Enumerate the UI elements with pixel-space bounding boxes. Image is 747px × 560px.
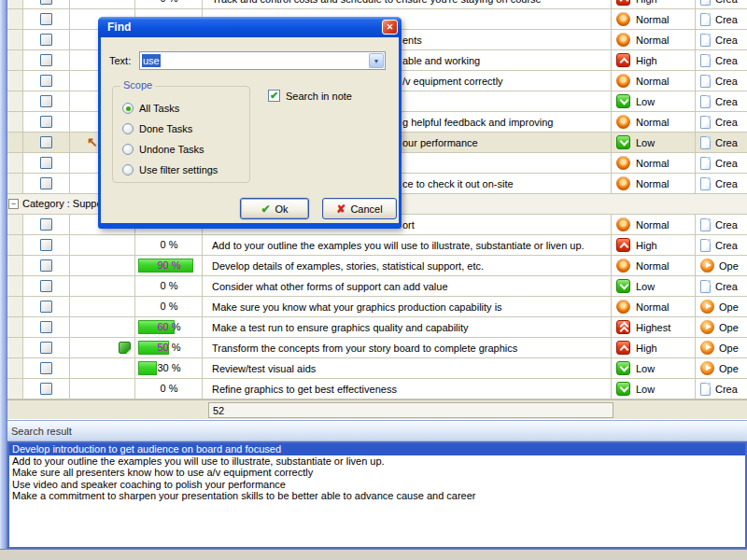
- note-action-button[interactable]: Crea: [696, 174, 747, 193]
- note-action-button[interactable]: Crea: [696, 30, 747, 49]
- search-in-note-checkbox-row[interactable]: ✔ Search in note: [268, 90, 352, 102]
- search-result-item[interactable]: Make sure all presenters know how to use…: [9, 467, 745, 479]
- task-checkbox[interactable]: [40, 136, 52, 148]
- priority-label: Low: [636, 137, 655, 148]
- progress-cell: 0 %: [135, 379, 203, 399]
- task-row[interactable]: 0 %Add to your outline the examples you …: [7, 235, 747, 256]
- chevron-down-icon[interactable]: ▼: [369, 53, 384, 68]
- task-checkbox[interactable]: [40, 13, 52, 25]
- note-action-button[interactable]: Crea: [696, 9, 747, 29]
- task-checkbox[interactable]: [40, 34, 52, 46]
- task-title: Make a test run to ensure graphics quali…: [203, 322, 469, 333]
- search-result-item[interactable]: Add to your outline the examples you wil…: [9, 455, 745, 468]
- task-row[interactable]: 90 %90 %Develop details of examples, sto…: [7, 256, 747, 276]
- search-result-item[interactable]: Develop introduction to get audience on …: [9, 443, 745, 455]
- task-checkbox[interactable]: [40, 54, 52, 66]
- note-action-button[interactable]: Crea: [696, 91, 747, 111]
- note-action-button[interactable]: Ope: [696, 358, 747, 378]
- note-action-button[interactable]: Crea: [696, 112, 747, 132]
- task-title: Transform the concepts from your story b…: [203, 343, 517, 354]
- note-action-button[interactable]: Crea: [696, 215, 747, 234]
- search-result-header: Search result: [7, 420, 747, 441]
- priority-label: Normal: [636, 158, 669, 169]
- note-action-button[interactable]: Crea: [696, 276, 747, 296]
- note-action-label: Ope: [719, 322, 739, 333]
- checkbox-cell: [23, 256, 70, 275]
- note-action-button[interactable]: Ope: [696, 297, 747, 316]
- radio-done-tasks[interactable]: Done Tasks: [122, 122, 192, 134]
- task-title: Make sure you know what your graphics pr…: [203, 301, 502, 313]
- note-action-button[interactable]: Crea: [696, 153, 747, 173]
- priority-label: Normal: [636, 76, 669, 87]
- note-action-button[interactable]: Crea: [696, 71, 747, 91]
- task-checkbox[interactable]: [40, 259, 52, 272]
- radio-all-tasks[interactable]: All Tasks: [122, 102, 179, 114]
- search-text-combobox[interactable]: use ▼: [139, 51, 386, 70]
- search-result-item[interactable]: Use video and speaker coaching to polish…: [9, 479, 745, 491]
- create-note-icon: [700, 0, 711, 6]
- task-row[interactable]: 60 %60 %Make a test run to ensure graphi…: [7, 317, 747, 338]
- priority-cell: Normal: [612, 215, 696, 234]
- note-action-button[interactable]: Crea: [696, 133, 747, 152]
- task-row[interactable]: 50 %50 %Transform the concepts from your…: [7, 338, 747, 358]
- task-checkbox[interactable]: [40, 239, 52, 251]
- task-row[interactable]: 0 %Track and control costs and schedule …: [7, 0, 747, 9]
- radio-icon[interactable]: [122, 144, 134, 155]
- task-checkbox[interactable]: [40, 116, 52, 128]
- task-checkbox[interactable]: [40, 301, 52, 313]
- radio-icon[interactable]: [122, 123, 134, 134]
- radio-icon[interactable]: [122, 103, 134, 114]
- note-action-button[interactable]: Crea: [696, 50, 747, 70]
- progress-bar: 50 %: [138, 341, 169, 355]
- create-note-icon: [700, 157, 711, 170]
- close-icon[interactable]: ✕: [382, 20, 398, 35]
- note-action-button[interactable]: Crea: [696, 0, 747, 8]
- task-row[interactable]: 0 %Refine graphics to get best effective…: [7, 379, 747, 399]
- note-action-button[interactable]: Ope: [696, 338, 747, 357]
- icon-cell: [70, 276, 135, 296]
- collapse-icon[interactable]: −: [8, 199, 19, 209]
- task-row[interactable]: 0 %Consider what other forms of support …: [7, 276, 747, 297]
- checkbox-icon[interactable]: ✔: [268, 90, 280, 102]
- find-dialog-title: Find: [107, 21, 131, 34]
- note-action-button[interactable]: Crea: [696, 379, 747, 399]
- note-action-label: Crea: [715, 219, 738, 231]
- task-checkbox[interactable]: [40, 280, 52, 292]
- radio-label: Undone Tasks: [139, 144, 204, 155]
- checkbox-cell: [23, 112, 70, 132]
- search-in-note-label: Search in note: [286, 91, 352, 102]
- task-checkbox[interactable]: [40, 95, 52, 107]
- icon-cell: [70, 317, 135, 337]
- cancel-button[interactable]: ✘ Cancel: [322, 198, 397, 219]
- task-checkbox[interactable]: [40, 218, 52, 231]
- icon-cell: [70, 338, 135, 357]
- task-checkbox[interactable]: [40, 0, 52, 5]
- task-checkbox[interactable]: [40, 362, 52, 374]
- note-action-button[interactable]: Crea: [696, 235, 747, 255]
- priority-normal-icon: [616, 259, 630, 273]
- ok-button[interactable]: ✔ Ok: [240, 198, 309, 219]
- task-checkbox[interactable]: [40, 342, 52, 354]
- radio-use-filter-settings[interactable]: Use filter settings: [122, 163, 218, 175]
- search-result-item[interactable]: Make a commitment to sharpen your presen…: [9, 490, 745, 502]
- priority-label: High: [636, 55, 657, 66]
- priority-highest-icon: [616, 320, 630, 334]
- create-note-icon: [700, 54, 711, 67]
- task-title: Add to your outline the examples you wil…: [203, 240, 585, 251]
- task-row[interactable]: 30 %30 %Review/test visual aidsLowOpe: [7, 358, 747, 379]
- find-dialog-titlebar[interactable]: Find ✕: [98, 17, 402, 37]
- progress-bar: 90 %: [138, 259, 193, 273]
- check-icon: ✔: [261, 203, 270, 216]
- note-action-button[interactable]: Ope: [696, 317, 747, 337]
- task-checkbox[interactable]: [40, 177, 52, 189]
- task-row[interactable]: 0 %Make sure you know what your graphics…: [7, 297, 747, 317]
- task-checkbox[interactable]: [40, 321, 52, 333]
- task-checkbox[interactable]: [40, 157, 52, 169]
- app-window: 0 %Track and control costs and schedule …: [0, 0, 747, 560]
- radio-icon[interactable]: [122, 164, 134, 175]
- priority-cell: High: [612, 338, 696, 357]
- radio-undone-tasks[interactable]: Undone Tasks: [122, 143, 204, 155]
- note-action-button[interactable]: Ope: [696, 256, 747, 275]
- task-checkbox[interactable]: [40, 383, 52, 395]
- task-checkbox[interactable]: [40, 75, 52, 87]
